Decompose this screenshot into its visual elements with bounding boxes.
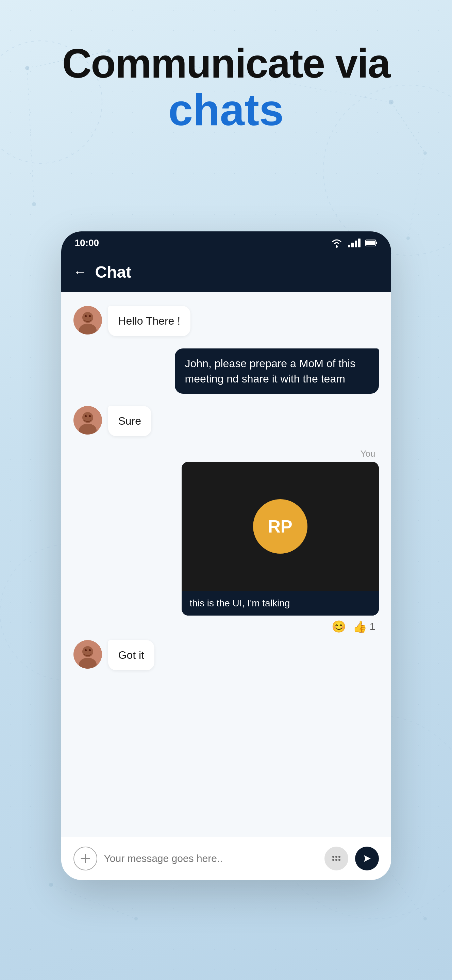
status-time: 10:00	[75, 237, 99, 248]
keyboard-button[interactable]	[325, 846, 348, 870]
status-icons	[330, 238, 377, 248]
message-input[interactable]	[104, 850, 318, 868]
svg-point-39	[89, 649, 91, 651]
add-attachment-button[interactable]	[73, 846, 97, 870]
svg-point-21	[336, 246, 338, 248]
chat-body: Hello There ! John, please prepare a MoM…	[61, 292, 391, 837]
svg-rect-23	[376, 242, 377, 244]
svg-marker-48	[364, 855, 371, 862]
svg-point-34	[89, 415, 91, 417]
svg-line-19	[51, 885, 136, 919]
video-avatar-initials: RP	[253, 499, 308, 554]
message-bubble: Sure	[108, 406, 152, 436]
svg-point-45	[332, 859, 334, 861]
svg-point-28	[85, 315, 87, 317]
chat-input-area	[61, 837, 391, 880]
headline-section: Communicate via chats	[0, 41, 452, 134]
svg-point-33	[85, 415, 87, 417]
chat-header: ← Chat	[61, 255, 391, 292]
message-row: Sure	[73, 406, 379, 436]
svg-point-8	[32, 202, 36, 206]
video-message: RP this is the UI, I'm talking	[182, 462, 379, 616]
battery-icon	[365, 239, 377, 247]
chat-title: Chat	[95, 263, 132, 282]
avatar	[73, 306, 102, 334]
svg-point-15	[49, 883, 53, 887]
headline-line1: Communicate via	[27, 41, 425, 86]
phone-mockup: 10:00 ← Chat	[61, 231, 391, 880]
back-button[interactable]: ←	[73, 264, 87, 280]
svg-point-29	[89, 315, 91, 317]
message-bubble: Hello There !	[108, 306, 191, 336]
message-row: Got it	[73, 640, 379, 670]
svg-point-47	[338, 859, 341, 861]
svg-point-42	[332, 856, 334, 858]
headline-line2: chats	[27, 86, 425, 134]
svg-line-14	[408, 153, 425, 238]
sender-label: You	[73, 449, 379, 459]
message-bubble: Got it	[108, 640, 154, 670]
svg-point-9	[406, 237, 410, 240]
video-caption: this is the UI, I'm talking	[182, 591, 379, 616]
status-bar: 10:00	[61, 231, 391, 255]
svg-point-18	[423, 917, 427, 920]
signal-icon	[348, 239, 360, 247]
svg-point-46	[335, 859, 338, 861]
svg-point-43	[335, 856, 338, 858]
video-preview: RP	[182, 462, 379, 591]
message-row: Hello There !	[73, 306, 379, 336]
svg-point-38	[85, 649, 87, 651]
reaction-row: 😊 👍 1	[73, 620, 379, 633]
avatar	[73, 406, 102, 434]
thumbs-up-icon: 👍	[353, 620, 367, 633]
svg-point-16	[134, 917, 138, 920]
svg-point-44	[338, 856, 341, 858]
message-bubble: John, please prepare a MoM of this meeti…	[175, 348, 379, 394]
avatar	[73, 640, 102, 669]
like-count: 1	[370, 620, 376, 632]
message-row: John, please prepare a MoM of this meeti…	[73, 348, 379, 394]
svg-point-7	[423, 151, 427, 155]
like-reaction[interactable]: 👍 1	[353, 620, 376, 633]
send-button[interactable]	[355, 846, 379, 870]
wifi-icon	[330, 238, 343, 248]
emoji-reaction-button[interactable]: 😊	[331, 620, 346, 633]
svg-rect-24	[366, 240, 375, 245]
